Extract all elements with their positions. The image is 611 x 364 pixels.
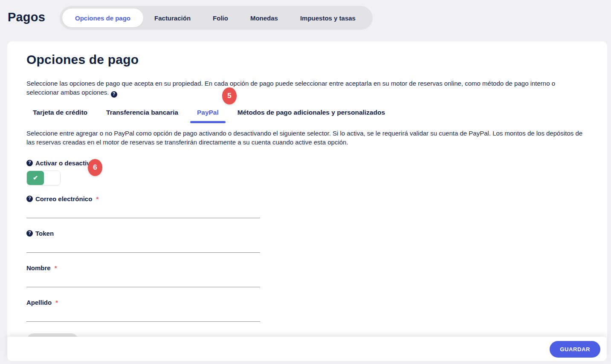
section-description-text: Seleccione las opciones de pago que acep… [26, 80, 555, 96]
paypal-enable-toggle[interactable]: ✔ [26, 170, 61, 185]
token-field-group: ? Token [26, 230, 260, 253]
first-name-field-group: Nombre * [26, 264, 260, 287]
first-name-label-text: Nombre [26, 264, 51, 272]
help-icon[interactable]: ? [26, 230, 33, 237]
required-marker: * [55, 264, 57, 272]
toggle-label-text: Activar o desactivar [35, 159, 96, 167]
annotation-badge-5: 5 [222, 87, 237, 104]
page-title: Pagos [8, 10, 45, 24]
tab-metodos-adicionales[interactable]: Métodos de pago adicionales y personaliz… [237, 109, 385, 123]
email-label: ? Correo electrónico * [26, 195, 260, 202]
help-icon[interactable]: ? [111, 91, 117, 98]
top-tab-monedas[interactable]: Monedas [239, 9, 289, 27]
paypal-form: ? Correo electrónico * ? Token Nombre * [26, 195, 588, 322]
required-marker: * [96, 195, 98, 202]
check-icon: ✔ [33, 174, 38, 181]
top-tab-bar: Opciones de pago Facturación Folio Moned… [60, 6, 373, 30]
annotation-badge-6: 6 [88, 159, 102, 176]
required-marker: * [55, 299, 58, 306]
tab-tarjeta-de-credito[interactable]: Tarjeta de crédito [33, 109, 87, 123]
section-description: Seleccione las opciones de pago que acep… [26, 79, 588, 98]
token-input[interactable] [26, 237, 260, 253]
last-name-field-group: Apellido * [26, 299, 260, 322]
token-label: ? Token [26, 230, 260, 237]
first-name-label: Nombre * [26, 264, 260, 272]
first-name-input[interactable] [26, 272, 260, 287]
last-name-label: Apellido * [26, 299, 260, 306]
token-label-text: Token [35, 230, 54, 237]
top-tab-opciones-de-pago[interactable]: Opciones de pago [62, 9, 143, 27]
top-tab-folio[interactable]: Folio [202, 9, 239, 27]
payment-options-card: Opciones de pago Seleccione las opciones… [7, 41, 607, 361]
tab-paypal[interactable]: PayPal [197, 109, 219, 123]
save-button[interactable]: GUARDAR [550, 341, 600, 358]
footer-action-bar: GUARDAR [7, 337, 606, 361]
toggle-label: ? Activar o desactivar [26, 159, 588, 167]
last-name-label-text: Apellido [26, 299, 52, 306]
payment-method-tab-bar: Tarjeta de crédito Transferencia bancari… [33, 109, 588, 123]
tab-transferencia-bancaria[interactable]: Transferencia bancaria [106, 109, 178, 123]
help-icon[interactable]: ? [26, 160, 33, 166]
section-heading: Opciones de pago [26, 52, 588, 67]
top-tab-impuestos-y-tasas[interactable]: Impuestos y tasas [289, 9, 367, 27]
toggle-off-segment [44, 171, 60, 185]
email-input[interactable] [26, 202, 260, 218]
last-name-input[interactable] [26, 306, 260, 322]
toggle-on-segment: ✔ [27, 171, 44, 185]
top-tab-facturacion[interactable]: Facturación [143, 9, 202, 27]
help-icon[interactable]: ? [26, 196, 33, 202]
paypal-description: Seleccione entre agregar o no PayPal com… [26, 129, 588, 147]
email-field-group: ? Correo electrónico * [26, 195, 260, 218]
email-label-text: Correo electrónico [35, 195, 92, 202]
